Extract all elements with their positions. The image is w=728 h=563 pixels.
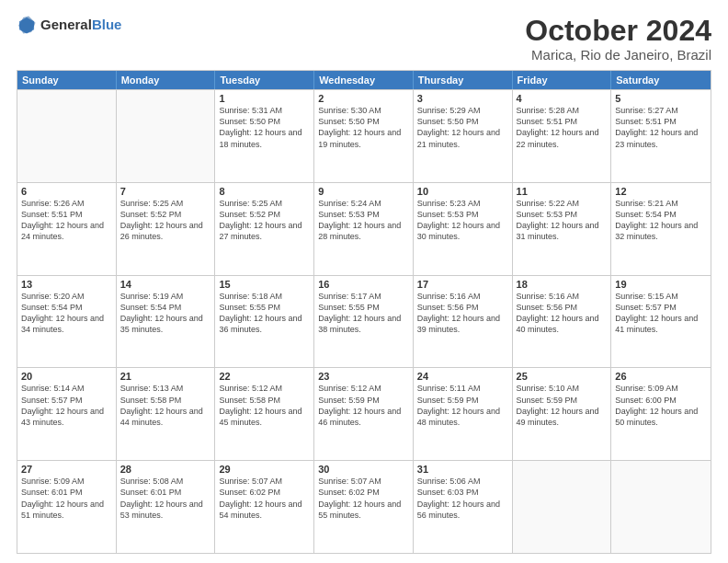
page: GeneralBlue October 2024 Marica, Rio de … [0,0,728,563]
logo-text: GeneralBlue [40,17,121,33]
day-number: 11 [517,186,608,197]
cal-cell: 2Sunrise: 5:30 AM Sunset: 5:50 PM Daylig… [314,90,414,182]
cal-cell: 20Sunrise: 5:14 AM Sunset: 5:57 PM Dayli… [17,368,117,460]
day-number: 26 [615,371,707,382]
cal-cell: 19Sunrise: 5:15 AM Sunset: 5:57 PM Dayli… [611,276,711,368]
day-info: Sunrise: 5:06 AM Sunset: 6:03 PM Dayligh… [417,476,508,521]
cal-cell: 29Sunrise: 5:07 AM Sunset: 6:02 PM Dayli… [215,461,314,553]
cal-cell: 18Sunrise: 5:16 AM Sunset: 5:56 PM Dayli… [513,276,612,368]
day-number: 3 [417,93,508,104]
calendar: SundayMondayTuesdayWednesdayThursdayFrid… [17,70,711,554]
cal-cell: 12Sunrise: 5:21 AM Sunset: 5:54 PM Dayli… [611,183,711,275]
day-info: Sunrise: 5:25 AM Sunset: 5:52 PM Dayligh… [219,198,310,243]
day-info: Sunrise: 5:23 AM Sunset: 5:53 PM Dayligh… [417,198,508,243]
day-info: Sunrise: 5:21 AM Sunset: 5:54 PM Dayligh… [615,198,707,243]
day-number: 20 [21,371,112,382]
cal-cell: 17Sunrise: 5:16 AM Sunset: 5:56 PM Dayli… [414,276,513,368]
day-info: Sunrise: 5:24 AM Sunset: 5:53 PM Dayligh… [318,198,409,243]
day-number: 27 [21,464,112,475]
week-row-3: 13Sunrise: 5:20 AM Sunset: 5:54 PM Dayli… [17,275,711,368]
day-info: Sunrise: 5:15 AM Sunset: 5:57 PM Dayligh… [615,291,707,336]
day-info: Sunrise: 5:26 AM Sunset: 5:51 PM Dayligh… [21,198,112,243]
day-info: Sunrise: 5:30 AM Sunset: 5:50 PM Dayligh… [318,105,409,150]
cal-cell: 5Sunrise: 5:27 AM Sunset: 5:51 PM Daylig… [611,90,711,182]
week-row-5: 27Sunrise: 5:09 AM Sunset: 6:01 PM Dayli… [17,460,711,553]
day-number: 4 [517,93,608,104]
day-number: 24 [417,371,508,382]
day-number: 9 [318,186,409,197]
cal-cell: 24Sunrise: 5:11 AM Sunset: 5:59 PM Dayli… [414,368,513,460]
day-number: 23 [318,371,409,382]
day-number: 28 [120,464,211,475]
cal-cell: 14Sunrise: 5:19 AM Sunset: 5:54 PM Dayli… [117,276,216,368]
svg-marker-1 [18,16,35,33]
cal-cell: 21Sunrise: 5:13 AM Sunset: 5:58 PM Dayli… [117,368,216,460]
day-number: 22 [219,371,310,382]
day-info: Sunrise: 5:09 AM Sunset: 6:00 PM Dayligh… [615,383,707,428]
cal-cell: 22Sunrise: 5:12 AM Sunset: 5:58 PM Dayli… [215,368,314,460]
day-number: 21 [120,371,211,382]
day-info: Sunrise: 5:17 AM Sunset: 5:55 PM Dayligh… [318,291,409,336]
cal-cell [611,461,711,553]
day-number: 12 [615,186,707,197]
col-header-tuesday: Tuesday [215,71,314,89]
cal-cell: 23Sunrise: 5:12 AM Sunset: 5:59 PM Dayli… [314,368,414,460]
page-subtitle: Marica, Rio de Janeiro, Brazil [525,47,711,63]
cal-cell: 3Sunrise: 5:29 AM Sunset: 5:50 PM Daylig… [414,90,513,182]
day-number: 14 [120,279,211,290]
cal-cell: 13Sunrise: 5:20 AM Sunset: 5:54 PM Dayli… [17,276,117,368]
cal-cell: 4Sunrise: 5:28 AM Sunset: 5:51 PM Daylig… [513,90,612,182]
col-header-sunday: Sunday [17,71,117,89]
col-header-thursday: Thursday [414,71,513,89]
day-info: Sunrise: 5:09 AM Sunset: 6:01 PM Dayligh… [21,476,112,521]
day-number: 17 [417,279,508,290]
day-info: Sunrise: 5:28 AM Sunset: 5:51 PM Dayligh… [517,105,608,150]
col-header-saturday: Saturday [611,71,711,89]
day-number: 29 [219,464,310,475]
day-info: Sunrise: 5:27 AM Sunset: 5:51 PM Dayligh… [615,105,707,150]
page-title: October 2024 [525,15,711,47]
day-number: 7 [120,186,211,197]
col-header-friday: Friday [513,71,612,89]
cal-cell: 11Sunrise: 5:22 AM Sunset: 5:53 PM Dayli… [513,183,612,275]
cal-cell: 27Sunrise: 5:09 AM Sunset: 6:01 PM Dayli… [17,461,117,553]
day-number: 18 [517,279,608,290]
day-info: Sunrise: 5:08 AM Sunset: 6:01 PM Dayligh… [120,476,211,521]
calendar-body: 1Sunrise: 5:31 AM Sunset: 5:50 PM Daylig… [17,89,711,553]
cal-cell: 7Sunrise: 5:25 AM Sunset: 5:52 PM Daylig… [117,183,216,275]
day-info: Sunrise: 5:14 AM Sunset: 5:57 PM Dayligh… [21,383,112,428]
cal-cell: 31Sunrise: 5:06 AM Sunset: 6:03 PM Dayli… [414,461,513,553]
day-info: Sunrise: 5:07 AM Sunset: 6:02 PM Dayligh… [318,476,409,521]
day-info: Sunrise: 5:18 AM Sunset: 5:55 PM Dayligh… [219,291,310,336]
title-block: October 2024 Marica, Rio de Janeiro, Bra… [525,15,711,63]
day-info: Sunrise: 5:19 AM Sunset: 5:54 PM Dayligh… [120,291,211,336]
day-info: Sunrise: 5:13 AM Sunset: 5:58 PM Dayligh… [120,383,211,428]
day-number: 5 [615,93,707,104]
day-number: 31 [417,464,508,475]
day-number: 16 [318,279,409,290]
day-info: Sunrise: 5:11 AM Sunset: 5:59 PM Dayligh… [417,383,508,428]
day-number: 25 [517,371,608,382]
day-number: 10 [417,186,508,197]
col-header-wednesday: Wednesday [314,71,414,89]
cal-cell: 30Sunrise: 5:07 AM Sunset: 6:02 PM Dayli… [314,461,414,553]
day-info: Sunrise: 5:07 AM Sunset: 6:02 PM Dayligh… [219,476,310,521]
cal-cell: 15Sunrise: 5:18 AM Sunset: 5:55 PM Dayli… [215,276,314,368]
day-number: 1 [219,93,310,104]
day-number: 15 [219,279,310,290]
week-row-1: 1Sunrise: 5:31 AM Sunset: 5:50 PM Daylig… [17,89,711,182]
cal-cell: 1Sunrise: 5:31 AM Sunset: 5:50 PM Daylig… [215,90,314,182]
cal-cell: 26Sunrise: 5:09 AM Sunset: 6:00 PM Dayli… [611,368,711,460]
day-number: 19 [615,279,707,290]
header: GeneralBlue October 2024 Marica, Rio de … [17,15,711,63]
logo-icon [17,15,37,35]
week-row-2: 6Sunrise: 5:26 AM Sunset: 5:51 PM Daylig… [17,182,711,275]
cal-cell: 25Sunrise: 5:10 AM Sunset: 5:59 PM Dayli… [513,368,612,460]
col-header-monday: Monday [117,71,216,89]
day-info: Sunrise: 5:16 AM Sunset: 5:56 PM Dayligh… [517,291,608,336]
day-info: Sunrise: 5:10 AM Sunset: 5:59 PM Dayligh… [517,383,608,428]
week-row-4: 20Sunrise: 5:14 AM Sunset: 5:57 PM Dayli… [17,367,711,460]
day-info: Sunrise: 5:12 AM Sunset: 5:58 PM Dayligh… [219,383,310,428]
cal-cell: 9Sunrise: 5:24 AM Sunset: 5:53 PM Daylig… [314,183,414,275]
day-info: Sunrise: 5:22 AM Sunset: 5:53 PM Dayligh… [517,198,608,243]
